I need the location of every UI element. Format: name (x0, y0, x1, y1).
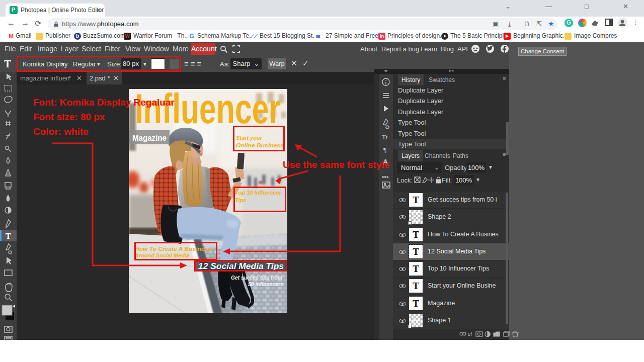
svg-text:Tt: Tt (382, 133, 388, 141)
svg-text:Get succes tips from: Get succes tips from (231, 275, 282, 281)
svg-text:css: css (382, 174, 389, 179)
svg-text:50 influencers: 50 influencers (248, 281, 283, 287)
svg-text:¶: ¶ (383, 146, 386, 153)
svg-text:Magazine: Magazine (132, 133, 167, 143)
svg-text:ef: ef (468, 331, 473, 337)
svg-text:T: T (6, 232, 11, 240)
